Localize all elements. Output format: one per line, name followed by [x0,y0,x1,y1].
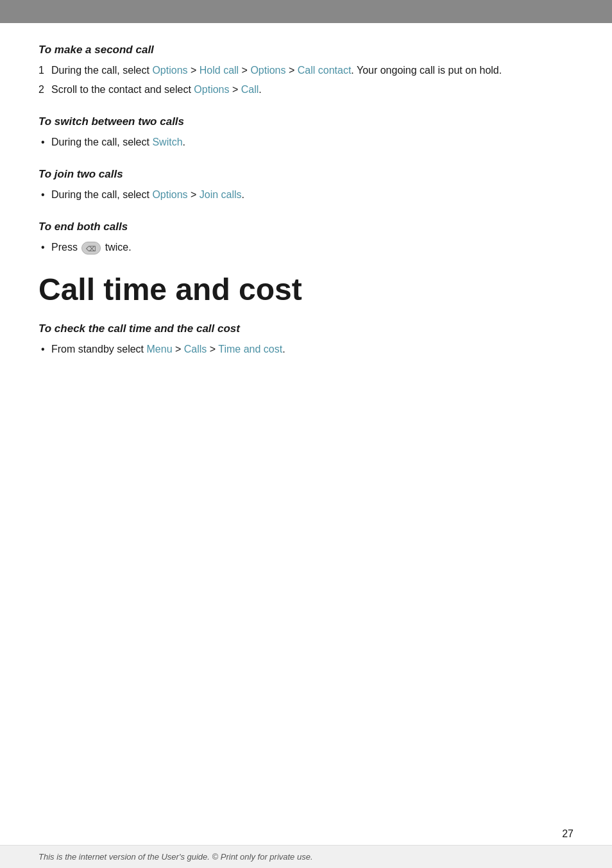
section-title-end: To end both calls [38,221,574,233]
top-bar [0,0,612,23]
section-end-calls: To end both calls Press ⌫ twice. [38,221,574,255]
list-item: 1 During the call, select Options > Hold… [38,63,574,78]
link-menu: Menu [147,344,173,355]
subsection-title-check: To check the call time and the call cost [38,322,574,335]
list-item: 2 Scroll to the contact and select Optio… [38,82,574,97]
second-call-list: 1 During the call, select Options > Hold… [38,63,574,97]
list-num: 2 [38,82,44,97]
link-hold-call: Hold call [200,65,239,76]
section-switch-calls: To switch between two calls During the c… [38,115,574,150]
footer: This is the internet version of the User… [0,845,612,868]
check-time-list: From standby select Menu > Calls > Time … [38,342,574,357]
link-join-calls: Join calls [200,189,242,200]
end-key-icon: ⌫ [81,242,101,255]
switch-calls-list: During the call, select Switch. [38,135,574,150]
section-title-second-call: To make a second call [38,44,574,56]
list-num: 1 [38,63,44,78]
section-call-time-cost: Call time and cost To check the call tim… [38,273,574,357]
section-title-switch: To switch between two calls [38,115,574,128]
link-options-1: Options [152,65,187,76]
list-item: Press ⌫ twice. [38,240,574,255]
link-call-contact: Call contact [298,65,352,76]
link-switch: Switch [152,137,182,147]
content-area: To make a second call 1 During the call,… [0,23,612,357]
list-item: During the call, select Switch. [38,135,574,150]
link-options-2: Options [250,65,285,76]
big-section-title: Call time and cost [38,273,574,307]
subsection-check-call-time: To check the call time and the call cost… [38,322,574,357]
link-options-join: Options [152,189,187,200]
link-calls: Calls [184,344,207,355]
section-join-calls: To join two calls During the call, selec… [38,168,574,203]
page-number: 27 [562,828,574,840]
footer-text: This is the internet version of the User… [38,852,313,862]
list-item: From standby select Menu > Calls > Time … [38,342,574,357]
section-title-join: To join two calls [38,168,574,181]
link-options-3: Options [194,84,229,95]
section-second-call: To make a second call 1 During the call,… [38,44,574,97]
end-calls-list: Press ⌫ twice. [38,240,574,255]
link-call: Call [241,84,259,95]
list-item: During the call, select Options > Join c… [38,187,574,203]
link-time-and-cost: Time and cost [218,344,282,355]
join-calls-list: During the call, select Options > Join c… [38,187,574,203]
